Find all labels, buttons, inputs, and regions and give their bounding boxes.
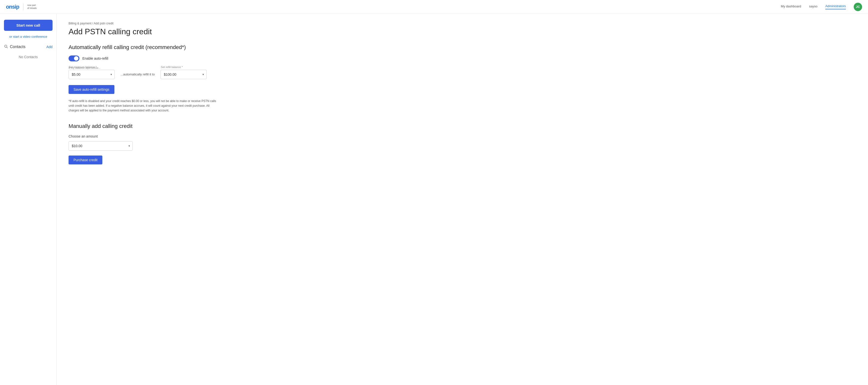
svg-line-1 <box>7 47 8 48</box>
page-title: Add PSTN calling credit <box>68 27 267 36</box>
avatar[interactable]: JC <box>854 3 862 11</box>
auto-refill-section-title: Automatically refill calling credit (rec… <box>68 44 267 51</box>
breadcrumb: Billing & payment / Add pstn credit <box>68 22 267 25</box>
refill-balance-field: x Set refill balance * $100.00 $50.00 $2… <box>160 66 207 79</box>
no-contacts-text: No Contacts <box>4 55 53 59</box>
sidebar: Start new call or start a video conferen… <box>0 14 57 385</box>
manual-section: Manually add calling credit Choose an am… <box>68 123 267 164</box>
choose-amount-label: Choose an amount <box>68 134 267 138</box>
min-balance-select[interactable]: $5.00 $10.00 $15.00 $20.00 $25.00 <box>69 70 115 79</box>
contacts-header: Contacts Add <box>4 44 53 49</box>
start-call-button[interactable]: Start new call <box>4 20 53 31</box>
auto-refill-toggle[interactable] <box>68 56 80 61</box>
manual-amount-select-wrapper: $10.00 $20.00 $50.00 $100.00 ▾ <box>68 141 133 151</box>
header: onsip now part of Intrado My dashboard s… <box>0 0 868 14</box>
refill-row: If my balance dips below... Set minimum … <box>68 66 207 79</box>
contacts-section: Contacts Add No Contacts <box>4 44 53 59</box>
toggle-label: Enable auto-refill <box>82 57 108 60</box>
contacts-title-wrap: Contacts <box>4 44 25 49</box>
breadcrumb-current: Add pstn credit <box>94 22 114 25</box>
video-conference-link[interactable]: or start a video conference <box>4 35 53 38</box>
header-nav: My dashboard sayso Administrators JC <box>781 3 862 11</box>
logo-divider <box>23 3 24 10</box>
nav-item-dashboard[interactable]: My dashboard <box>781 4 801 9</box>
auto-refill-section: Automatically refill calling credit (rec… <box>68 44 267 113</box>
search-icon <box>4 44 8 49</box>
layout: Start new call or start a video conferen… <box>0 14 868 385</box>
refill-balance-field-label: Set refill balance * <box>161 66 183 68</box>
logo-onsip-text: onsip <box>6 4 19 10</box>
disclaimer-text: *If auto-refill is disabled and your cre… <box>68 99 217 113</box>
logo: onsip now part of Intrado <box>6 3 37 10</box>
save-auto-refill-button[interactable]: Save auto-refill settings <box>68 85 115 94</box>
manual-amount-select[interactable]: $10.00 $20.00 $50.00 $100.00 <box>69 141 132 150</box>
contacts-add-link[interactable]: Add <box>46 45 53 49</box>
manual-section-title: Manually add calling credit <box>68 123 267 129</box>
toggle-row: Enable auto-refill <box>68 56 267 61</box>
main-content: Billing & payment / Add pstn credit Add … <box>57 14 279 385</box>
refill-balance-select[interactable]: $100.00 $50.00 $25.00 $200.00 <box>161 70 207 79</box>
contacts-title: Contacts <box>10 44 25 49</box>
logo-intrado-text: now part of Intrado <box>27 4 37 10</box>
purchase-credit-button[interactable]: Purchase credit <box>68 156 102 164</box>
min-balance-field-label: Set minimum balance * <box>69 66 97 68</box>
toggle-slider <box>68 56 80 61</box>
balance-dips-field: If my balance dips below... Set minimum … <box>68 66 115 79</box>
min-balance-select-wrapper: Set minimum balance * $5.00 $10.00 $15.0… <box>68 70 115 79</box>
nav-item-sayso[interactable]: sayso <box>809 4 817 9</box>
refill-separator: ...automatically refill it to <box>121 72 155 79</box>
breadcrumb-parent[interactable]: Billing & payment <box>68 22 92 25</box>
nav-item-administrators[interactable]: Administrators <box>825 4 846 9</box>
refill-balance-select-wrapper: Set refill balance * $100.00 $50.00 $25.… <box>160 70 207 79</box>
